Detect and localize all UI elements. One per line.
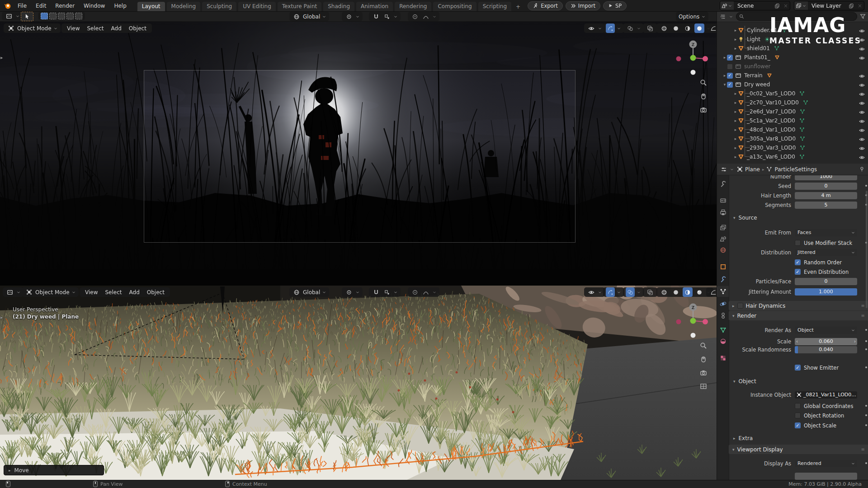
proportional-editing-controls[interactable]: [408, 287, 439, 297]
snap-target-icon-wrap[interactable]: [382, 12, 392, 21]
properties-tab-particles[interactable]: [717, 286, 729, 297]
subsection-source[interactable]: ▾Source: [733, 215, 757, 221]
item-label[interactable]: _305a_Var8_LOD0: [747, 136, 796, 142]
menu-object[interactable]: Object: [126, 25, 149, 32]
panel-checkbox[interactable]: [737, 303, 743, 309]
expander-icon[interactable]: ▸: [733, 91, 738, 96]
viewport-menus[interactable]: ViewSelectAddObject: [61, 23, 152, 33]
gizmo-z-axis-label[interactable]: Z: [692, 305, 695, 310]
outliner-item--2c70-var10-lod0[interactable]: ▸_2c70_Var10_LOD0: [717, 98, 868, 107]
workspace-tab-shading[interactable]: Shading: [323, 2, 354, 11]
xray-icon-wrap[interactable]: [646, 23, 655, 33]
viewport-top-render[interactable]: [0, 21, 717, 286]
shading-options-icon-wrap[interactable]: [709, 23, 717, 33]
outliner-item-cylinder-01[interactable]: ▸Cylinder.01: [717, 26, 868, 35]
snap-target-icon-wrap[interactable]: [382, 287, 392, 297]
properties-tab-scene[interactable]: [717, 233, 729, 244]
object-types-dropdown[interactable]: [584, 287, 605, 297]
editor-type-dropdown[interactable]: [2, 12, 23, 20]
viewport-bottom-render[interactable]: [0, 286, 717, 480]
segments-field[interactable]: 5: [795, 202, 857, 209]
hide-in-viewport-toggle[interactable]: [859, 55, 865, 61]
animate-dot[interactable]: [865, 462, 867, 464]
item-label[interactable]: Plants01_: [744, 54, 770, 61]
expander-icon[interactable]: ▸: [733, 145, 738, 150]
mode-icon-wrap[interactable]: [6, 23, 15, 33]
item-label[interactable]: Dry weed: [744, 81, 770, 88]
select-mode-set[interactable]: [41, 13, 48, 19]
menu-edit[interactable]: Edit: [31, 3, 51, 9]
xray-toggle[interactable]: [643, 287, 657, 297]
scale-field[interactable]: ‹0.060›: [795, 338, 857, 345]
shading-rendered-button[interactable]: [694, 287, 704, 297]
menu-window[interactable]: Window: [79, 3, 109, 9]
workspace-tab-rendering[interactable]: Rendering: [395, 2, 431, 11]
pivot-point-icon-wrap[interactable]: [344, 287, 354, 297]
gizmos-icon-wrap[interactable]: [606, 287, 615, 297]
menu-add[interactable]: Add: [127, 289, 142, 296]
zoom[interactable]: [700, 79, 707, 86]
select-mode-extend[interactable]: [49, 13, 57, 19]
shading-rendered-button[interactable]: [694, 23, 704, 33]
hide-in-viewport-toggle[interactable]: [859, 100, 865, 106]
orientation-icon-wrap[interactable]: [292, 12, 301, 21]
snapping-controls[interactable]: [369, 12, 401, 21]
menu-select[interactable]: Select: [102, 289, 124, 296]
increment-arrow[interactable]: ›: [854, 339, 856, 344]
hide-in-viewport-toggle[interactable]: [859, 73, 865, 79]
collection-checkbox[interactable]: ✓: [727, 82, 733, 88]
item-label[interactable]: _2930_Var3_LOD0: [747, 145, 796, 151]
outliner-item--2930-var3-lod0[interactable]: ▸_2930_Var3_LOD0: [717, 143, 868, 152]
overlays-toggle[interactable]: [623, 287, 644, 297]
hide-in-viewport-toggle[interactable]: [859, 28, 865, 34]
sidebar-toggle-arrow[interactable]: ▸: [0, 314, 3, 320]
orthographic-view[interactable]: [700, 383, 707, 390]
viewport-menus[interactable]: ViewSelectAddObject: [80, 287, 170, 297]
gizmos-icon-wrap[interactable]: [606, 23, 615, 33]
item-label[interactable]: _48cd_Var1_LOD0: [747, 127, 795, 133]
emit-from-dropdown[interactable]: Faces: [795, 229, 857, 236]
gizmos-toggle[interactable]: [603, 287, 624, 297]
properties-tab-texture[interactable]: [717, 352, 729, 363]
scene-new-copy-button[interactable]: [773, 3, 782, 9]
pivot-point-icon-wrap[interactable]: [344, 12, 354, 21]
mode-icon-wrap[interactable]: [24, 287, 33, 297]
decrement-arrow[interactable]: ‹: [796, 339, 798, 344]
scene-browse-button[interactable]: [720, 1, 734, 10]
orientation-icon-wrap[interactable]: [292, 287, 301, 297]
shading-material-button[interactable]: [683, 23, 693, 33]
properties-tab-render[interactable]: [717, 195, 729, 206]
expander-icon[interactable]: ▸: [733, 155, 738, 159]
outliner-item--5c1a-var2-lod0[interactable]: ▸_5c1a_Var2_LOD0: [717, 116, 868, 125]
display-as-dropdown[interactable]: Rendered: [795, 460, 857, 467]
hair-length-field[interactable]: 4 m: [795, 192, 857, 199]
expander-icon[interactable]: ▸: [733, 46, 738, 51]
global-coordinates-checkbox[interactable]: [795, 403, 801, 409]
collection-checkbox[interactable]: ✓: [727, 55, 733, 61]
shading-options-dropdown[interactable]: [706, 287, 717, 297]
chevron-down-icon[interactable]: [730, 167, 734, 172]
menu-object[interactable]: Object: [144, 289, 167, 296]
xray-toggle[interactable]: [643, 23, 657, 33]
scrollbar[interactable]: [866, 191, 868, 308]
panel-header-hair-dynamics[interactable]: ▸Hair Dynamics≡: [729, 301, 868, 310]
blender-logo-icon[interactable]: [4, 2, 11, 9]
select-mode-subtract[interactable]: [58, 13, 65, 19]
outliner-item--48cd-var1-lod0[interactable]: ▸_48cd_Var1_LOD0: [717, 125, 868, 134]
pin-icon[interactable]: [859, 166, 865, 172]
scene-unlink-button[interactable]: ×: [782, 3, 790, 9]
falloff-icon-wrap[interactable]: [421, 12, 430, 21]
shading-options-dropdown[interactable]: [706, 23, 717, 33]
properties-editor-icon[interactable]: [721, 166, 727, 173]
use-modifier-stack-checkbox[interactable]: [795, 240, 801, 246]
transform-orientation-dropdown[interactable]: Global: [289, 287, 329, 297]
hide-in-viewport-toggle[interactable]: [859, 109, 865, 115]
item-label[interactable]: _2e6d_Var7_LOD0: [747, 108, 796, 115]
mode-dropdown[interactable]: Object Mode: [4, 23, 61, 33]
workspace-tab-modeling[interactable]: Modeling: [167, 2, 201, 11]
hide-in-viewport-toggle[interactable]: [859, 145, 865, 151]
outliner-item-sunflower[interactable]: sunflower: [717, 62, 868, 71]
view-layer-name[interactable]: View Layer: [808, 3, 847, 9]
item-label[interactable]: _a13c_Var6_LOD0: [747, 154, 795, 160]
object-scale-checkbox[interactable]: ✓: [795, 422, 801, 428]
